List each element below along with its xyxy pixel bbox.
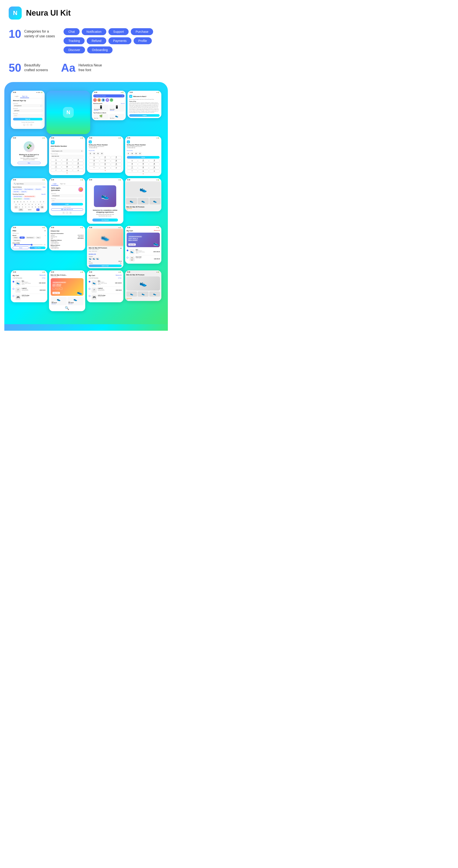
key-b[interactable]: B bbox=[31, 206, 34, 208]
vkey-8[interactable]: 8TUV bbox=[100, 163, 110, 166]
top-product-1[interactable]: 🌿 Scent Tray bbox=[93, 114, 108, 119]
remove-all-button[interactable]: Remove All bbox=[154, 230, 160, 232]
key-n[interactable]: N bbox=[34, 206, 37, 208]
verify-button[interactable]: Verify bbox=[127, 156, 160, 159]
reset-button[interactable]: Reset bbox=[12, 247, 29, 249]
signup-tab[interactable]: Sign Up bbox=[20, 95, 29, 98]
facebook-icon[interactable]: f bbox=[27, 123, 29, 126]
login2-username[interactable]: Johnappleseed bbox=[51, 194, 83, 197]
vbkey-2[interactable]: 2ABC bbox=[138, 159, 149, 162]
wishlist-next-button[interactable]: Next bbox=[18, 162, 40, 164]
nike-thumb-2[interactable]: 👟 bbox=[138, 198, 149, 205]
country-input[interactable]: United Kingdom (+44) ▼ bbox=[51, 150, 84, 152]
price-thumb-right[interactable] bbox=[31, 244, 33, 246]
nike-thumb-3[interactable]: 👟 bbox=[150, 198, 161, 205]
vkey-5[interactable]: 5JKL bbox=[100, 159, 110, 162]
tag-discover[interactable]: Discover bbox=[64, 46, 85, 53]
nike-d2-t3[interactable]: 👟 bbox=[149, 291, 160, 297]
nike-d2-t1[interactable]: 👟 bbox=[126, 291, 137, 297]
signup-button[interactable]: Sign Up bbox=[13, 118, 42, 120]
key-k[interactable]: K bbox=[37, 203, 40, 206]
nike-d2-t2[interactable]: 👟 bbox=[138, 291, 149, 297]
key-i[interactable]: I bbox=[36, 201, 39, 203]
key-s[interactable]: S bbox=[18, 203, 21, 206]
login2-signup-tab[interactable]: Sign Up bbox=[58, 182, 67, 186]
key-q[interactable]: Q bbox=[13, 201, 16, 203]
add-to-cart-button[interactable]: Add to Cart bbox=[89, 265, 122, 267]
filter-btn-2[interactable]: ⚙ Filter bbox=[118, 277, 122, 279]
forgot-password[interactable]: Forgot Password bbox=[51, 207, 83, 208]
pin-b-2[interactable]: 8 bbox=[131, 152, 134, 155]
key-w[interactable]: W bbox=[16, 201, 19, 203]
key-space[interactable]: space bbox=[23, 209, 36, 211]
key-0[interactable]: 0 bbox=[62, 169, 72, 172]
key-h[interactable]: H bbox=[31, 203, 34, 206]
nike-thumb-1[interactable]: 👟 bbox=[126, 198, 137, 205]
vbkey-3[interactable]: 3DEF bbox=[149, 159, 160, 162]
home-search[interactable]: 🔍 Search for a Product ⚙️ bbox=[93, 94, 125, 97]
key-2[interactable]: 2ABC bbox=[62, 158, 72, 161]
product-card-2[interactable]: 📱 Xiaomi Mi 9 USD 80.00 bbox=[109, 104, 125, 112]
key-d[interactable]: D bbox=[21, 203, 24, 206]
vkey-7[interactable]: 7PQRS bbox=[89, 163, 99, 166]
key-cv[interactable]: C bbox=[24, 206, 27, 208]
vkey-0[interactable]: 0 bbox=[100, 166, 110, 169]
key-123[interactable]: 123 bbox=[19, 209, 23, 211]
cart-cb-3[interactable] bbox=[12, 295, 14, 297]
password-input[interactable]: qd6f%t8k$ bbox=[13, 110, 42, 112]
var-1[interactable]: 👟 bbox=[89, 258, 92, 260]
key-t[interactable]: T bbox=[26, 201, 29, 203]
vkey-star[interactable]: * bbox=[89, 166, 99, 169]
login2-google[interactable]: G bbox=[69, 212, 72, 214]
cat-fashion[interactable]: 👗 bbox=[97, 98, 101, 102]
search-icon-bottom[interactable]: 🔍 bbox=[51, 306, 84, 310]
vbkey-1[interactable]: 1 bbox=[127, 159, 137, 162]
tag-onboarding[interactable]: Onboarding bbox=[87, 46, 112, 53]
cart-check-1[interactable] bbox=[127, 250, 128, 251]
vbkey-8[interactable]: 8TUV bbox=[138, 166, 149, 169]
key-3[interactable]: 3DEF bbox=[73, 158, 84, 161]
pin-2[interactable]: 8 bbox=[93, 152, 96, 155]
key-4[interactable]: 4GHI bbox=[51, 162, 61, 165]
view-all-trending[interactable]: View All bbox=[41, 193, 45, 195]
resend-pin-link[interactable]: Resend PIN bbox=[89, 150, 122, 151]
apply-button[interactable]: Apply Now bbox=[30, 247, 45, 249]
cart-cb-1[interactable] bbox=[12, 281, 14, 282]
vbkey-star[interactable]: * bbox=[127, 170, 137, 173]
vbkey-9[interactable]: 9WXYZ bbox=[149, 166, 160, 169]
key-hash[interactable]: # bbox=[73, 169, 84, 172]
key-v[interactable]: V bbox=[28, 206, 31, 208]
cart-cb-2[interactable] bbox=[12, 288, 14, 290]
key-z[interactable]: Z bbox=[18, 206, 21, 208]
filter-close-icon[interactable]: × bbox=[44, 230, 45, 231]
search-bar[interactable]: 🔍 Sport Shoes bbox=[12, 182, 45, 185]
chip-bose[interactable]: Bose Headphones bbox=[24, 188, 34, 190]
trend-4[interactable]: FLA trainer bbox=[23, 198, 31, 200]
key-shift[interactable]: ⇧ bbox=[14, 206, 18, 208]
key-a[interactable]: A bbox=[14, 203, 18, 206]
pin-b-4[interactable]: 8 bbox=[138, 152, 141, 155]
key-f[interactable]: F bbox=[24, 203, 27, 206]
sneaker-item-1[interactable]: 👟 5 left USD 100.00 USD 80.00 bbox=[51, 297, 67, 305]
confirm-password-input[interactable]: •••••••• bbox=[13, 114, 42, 117]
vkey-hash[interactable]: # bbox=[111, 166, 122, 169]
key-1[interactable]: 1 bbox=[51, 158, 61, 161]
vkey-2[interactable]: 2ABC bbox=[100, 156, 110, 159]
cat-watch[interactable]: ⌚ bbox=[106, 98, 109, 102]
key-backspace[interactable]: ⌫ bbox=[40, 206, 43, 208]
vbkey-7[interactable]: 7PQRS bbox=[127, 166, 137, 169]
key-star[interactable]: * bbox=[51, 169, 61, 172]
brand-adidas[interactable]: Adidas bbox=[12, 237, 19, 239]
login2-button[interactable]: Login bbox=[51, 203, 83, 206]
resend-pin-link-b[interactable]: Resend PIN bbox=[127, 150, 160, 151]
price-range-slider[interactable]: 0 200 bbox=[12, 244, 45, 245]
brand-nike[interactable]: Nike bbox=[20, 237, 25, 239]
view-all-link[interactable]: View All bbox=[121, 103, 125, 104]
chip-galaxy[interactable]: Galaxy A5 bbox=[21, 191, 28, 193]
cart2-cb-3[interactable] bbox=[89, 295, 91, 297]
vkey-9[interactable]: 9WXYZ bbox=[111, 163, 122, 166]
tag-support[interactable]: Support bbox=[108, 28, 129, 35]
sort-btn-2[interactable]: ≡ Sort By Popularity bbox=[89, 277, 98, 279]
twitter-icon[interactable]: 𝕏 bbox=[23, 123, 26, 126]
product-card-1[interactable]: 📱 Samsung Galaxy P1 USD 19.00 bbox=[93, 104, 108, 112]
